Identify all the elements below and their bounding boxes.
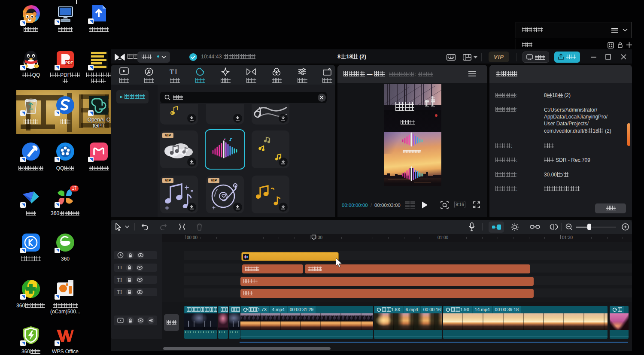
svg-text:PDF: PDF	[65, 61, 73, 65]
svg-text:I: I	[175, 68, 177, 76]
svg-text:T: T	[170, 68, 174, 76]
